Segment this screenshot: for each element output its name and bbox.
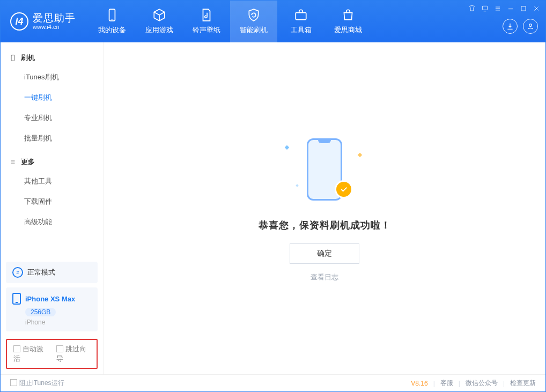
sidebar-item-onekey-flash[interactable]: 一键刷机: [1, 87, 103, 108]
menu-button[interactable]: [494, 5, 501, 12]
device-capacity: 256GB: [25, 308, 56, 316]
mode-label: 正常模式: [27, 268, 55, 277]
main-content: 恭喜您，保资料刷机成功啦！ 确定 查看日志: [104, 42, 545, 374]
device-icon: [105, 8, 119, 22]
download-icon: [506, 22, 514, 31]
device-card[interactable]: iPhone XS Max 256GB iPhone: [6, 287, 98, 331]
device-phone-icon: [12, 293, 21, 305]
brand-name: 爱思助手: [33, 13, 76, 24]
checkbox-skip-guide[interactable]: 跳过向导: [56, 344, 91, 364]
checkbox-block-itunes[interactable]: 阻止iTunes运行: [10, 379, 64, 388]
sidebar-item-download-firmware[interactable]: 下载固件: [1, 191, 103, 212]
version-label: V8.16: [411, 380, 427, 387]
close-button[interactable]: [533, 5, 540, 12]
list-icon: [9, 158, 17, 166]
separator: |: [459, 380, 460, 387]
swap-icon: [12, 267, 23, 278]
svg-rect-2: [296, 13, 306, 20]
mode-card[interactable]: 正常模式: [6, 262, 98, 283]
bag-icon: [341, 8, 355, 22]
nav-label: 应用游戏: [145, 25, 173, 35]
support-link[interactable]: 客服: [440, 379, 453, 388]
app-window: i4 爱思助手 www.i4.cn 我的设备 应用游戏 铃声壁纸 智能刷机: [0, 0, 546, 392]
svg-rect-1: [111, 19, 113, 19]
svg-point-5: [529, 24, 532, 27]
nav-label: 铃声壁纸: [193, 25, 220, 35]
success-headline: 恭喜您，保资料刷机成功啦！: [259, 219, 391, 232]
nav-smart-flash[interactable]: 智能刷机: [230, 1, 277, 42]
minimize-button[interactable]: [507, 5, 514, 12]
downloads-button[interactable]: [503, 19, 518, 34]
checkbox-icon: [13, 345, 20, 352]
sidebar-item-other-tools[interactable]: 其他工具: [1, 171, 103, 191]
skin-button[interactable]: [468, 5, 476, 12]
sidebar: 刷机 iTunes刷机 一键刷机 专业刷机 批量刷机 更多 其他工具 下载固件 …: [1, 42, 104, 374]
separator: |: [433, 380, 435, 387]
check-update-link[interactable]: 检查更新: [510, 379, 536, 388]
device-name: iPhone XS Max: [25, 295, 75, 303]
view-log-link[interactable]: 查看日志: [311, 272, 338, 282]
sparkle-icon: [296, 184, 299, 187]
nav-label: 智能刷机: [240, 25, 268, 35]
sidebar-cards: 正常模式 iPhone XS Max 256GB iPhone 自动激活 跳过向: [1, 256, 103, 374]
feedback-button[interactable]: [481, 5, 489, 12]
shield-refresh-icon: [247, 8, 261, 22]
svg-rect-3: [482, 6, 487, 10]
checkbox-label: 阻止iTunes运行: [19, 379, 64, 387]
cube-icon: [152, 8, 166, 22]
music-file-icon: [200, 8, 213, 22]
sidebar-group-title: 更多: [21, 157, 35, 167]
toolbox-icon: [294, 8, 308, 22]
titlebar-right-icons: [503, 19, 538, 34]
nav-store[interactable]: 爱思商城: [324, 1, 372, 42]
nav-label: 爱思商城: [334, 25, 362, 35]
window-controls: [468, 5, 540, 12]
nav-ringtone-wallpaper[interactable]: 铃声壁纸: [183, 1, 230, 42]
sparkle-icon: [358, 152, 362, 157]
nav-apps-games[interactable]: 应用游戏: [136, 1, 183, 42]
confirm-button[interactable]: 确定: [290, 243, 359, 264]
account-button[interactable]: [523, 19, 538, 34]
app-logo: i4 爱思助手 www.i4.cn: [10, 12, 76, 31]
separator: |: [503, 380, 505, 387]
nav-label: 我的设备: [98, 25, 126, 35]
nav-toolbox[interactable]: 工具箱: [277, 1, 324, 42]
nav-my-device[interactable]: 我的设备: [88, 1, 136, 42]
logo-icon: i4: [10, 12, 28, 31]
brand-url: www.i4.cn: [33, 24, 76, 30]
nav-label: 工具箱: [291, 25, 312, 35]
sidebar-group-title: 刷机: [21, 53, 35, 63]
sidebar-item-pro-flash[interactable]: 专业刷机: [1, 108, 103, 128]
svg-rect-4: [521, 6, 526, 11]
checkbox-auto-activate[interactable]: 自动激活: [13, 344, 48, 364]
app-body: 刷机 iTunes刷机 一键刷机 专业刷机 批量刷机 更多 其他工具 下载固件 …: [1, 42, 545, 374]
sidebar-group-flash: 刷机: [1, 48, 103, 67]
status-bar: 阻止iTunes运行 V8.16 | 客服 | 微信公众号 | 检查更新: [1, 374, 545, 391]
sparkle-icon: [285, 145, 289, 149]
sidebar-group-more: 更多: [1, 152, 103, 171]
titlebar: i4 爱思助手 www.i4.cn 我的设备 应用游戏 铃声壁纸 智能刷机: [1, 1, 545, 42]
device-subtype: iPhone: [25, 319, 91, 326]
maximize-button[interactable]: [520, 5, 527, 12]
checkbox-icon: [10, 379, 17, 386]
top-nav: 我的设备 应用游戏 铃声壁纸 智能刷机 工具箱 爱思商城: [88, 1, 372, 42]
wechat-link[interactable]: 微信公众号: [466, 379, 498, 388]
svg-rect-6: [11, 55, 14, 61]
sidebar-item-itunes-flash[interactable]: iTunes刷机: [1, 67, 103, 87]
phone-outline-icon: [9, 54, 17, 62]
user-icon: [526, 22, 535, 31]
sidebar-item-advanced[interactable]: 高级功能: [1, 212, 103, 232]
sidebar-item-batch-flash[interactable]: 批量刷机: [1, 128, 103, 149]
notch-icon: [318, 140, 331, 143]
success-badge: [335, 180, 353, 198]
check-icon: [340, 185, 348, 194]
checkbox-icon: [56, 345, 63, 352]
success-illustration: [284, 135, 365, 205]
flash-options-highlight: 自动激活 跳过向导: [6, 339, 98, 369]
